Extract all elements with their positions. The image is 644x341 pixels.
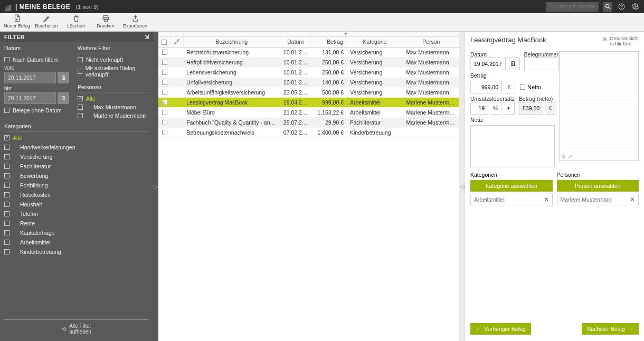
percent-suffix: % — [490, 102, 501, 115]
date-to-input[interactable]: 20.11.2017 — [4, 92, 56, 104]
row-checkbox[interactable] — [162, 110, 167, 115]
category-checkbox[interactable]: Reisekosten — [4, 190, 149, 200]
row-checkbox[interactable] — [162, 100, 167, 105]
date-from-picker-icon[interactable]: 🗓︎ — [58, 72, 69, 83]
category-checkbox[interactable]: Fortbildung — [4, 181, 149, 190]
row-date: 25.07.2017 — [280, 119, 311, 126]
category-checkbox[interactable]: Rente — [4, 219, 149, 228]
row-category: Versicherung — [347, 89, 403, 96]
vat-label: Umsatzsteuersatz — [470, 96, 515, 102]
category-checkbox[interactable]: Versicherung — [4, 152, 149, 162]
table-row[interactable]: Leasingvertrag MacBook19.04.2017999,00 €… — [158, 98, 459, 108]
net-amount-value: 839,50 — [519, 102, 543, 115]
no-date-checkbox[interactable]: Belege ohne Datum — [4, 106, 69, 115]
search-input[interactable] — [549, 4, 595, 10]
row-category: Versicherung — [347, 69, 403, 75]
item-count: (1 von 9) — [75, 4, 98, 10]
person-checkbox[interactable]: Max Mustermann — [78, 103, 149, 111]
row-checkbox[interactable] — [162, 60, 167, 65]
category-checkbox[interactable]: Kapitalerträge — [4, 228, 149, 238]
select-all-checkbox[interactable] — [162, 40, 167, 45]
filter-by-date-checkbox[interactable]: Nach Datum filtern — [4, 55, 69, 64]
category-checkbox[interactable]: Telefon — [4, 209, 149, 219]
collapse-sidebar-icon[interactable]: ⇲ — [145, 34, 149, 40]
category-checkbox[interactable]: Arbeitsmittel — [4, 238, 149, 247]
table-row[interactable]: Lebensversicherung10.01.2017250,00 €Vers… — [158, 68, 459, 78]
export-button[interactable]: Exportieren — [120, 14, 150, 29]
select-person-button[interactable]: Person auswählen — [557, 180, 639, 192]
date-to-picker-icon[interactable]: 🗓︎ — [58, 92, 69, 104]
with-dialog-checkbox[interactable]: Mit aktuellem Dialog verknüpft — [78, 64, 149, 79]
persons-label: Personen — [78, 84, 149, 92]
amount-input[interactable]: 999,00 — [470, 81, 502, 93]
note-textarea[interactable] — [470, 125, 555, 167]
table-row[interactable]: Haftpflichtversicherung10.01.2017250,00 … — [158, 58, 459, 68]
person-checkbox[interactable]: Marlene Mustermann — [78, 111, 149, 120]
row-person: Max Mustermann — [403, 49, 460, 55]
clear-filters-button[interactable]: ⟲ Alle Filteraufheben — [4, 319, 149, 338]
toolbar: Neuer Beleg Bearbeiten Löschen Drucken E… — [0, 13, 644, 32]
row-category: Versicherung — [347, 59, 403, 65]
remove-person-icon[interactable]: ✕ — [630, 196, 635, 203]
row-checkbox[interactable] — [162, 90, 167, 95]
from-label: von: — [4, 65, 69, 71]
help-icon[interactable] — [617, 2, 626, 12]
row-checkbox[interactable] — [162, 50, 167, 55]
document-preview[interactable]: 🗎︎⤢ — [559, 51, 639, 161]
delete-button[interactable]: Löschen — [61, 14, 91, 29]
new-icon — [13, 14, 21, 23]
row-checkbox[interactable] — [162, 120, 167, 125]
categories-all-checkbox[interactable]: Alle — [4, 133, 149, 143]
splitter-right[interactable]: ◁ — [459, 32, 465, 341]
amount-label: Betrag — [470, 72, 555, 79]
settings-icon[interactable] — [630, 2, 640, 12]
edit-button[interactable]: Bearbeiten — [32, 14, 61, 29]
netto-checkbox[interactable]: Netto — [520, 81, 541, 93]
category-checkbox[interactable]: Haushalt — [4, 200, 149, 209]
row-name: Möbel Büro — [183, 109, 280, 116]
row-checkbox[interactable] — [162, 80, 167, 85]
splitter-left[interactable]: ▷ — [153, 32, 158, 341]
category-checkbox[interactable]: Fachliteratur — [4, 162, 149, 171]
row-name: Leasingvertrag MacBook — [183, 99, 280, 106]
edit-icon — [43, 14, 51, 23]
more-filters-label: Weitere Filter — [78, 45, 149, 53]
table-row[interactable]: Möbel Büro21.02.20171.153,22 €Arbeitsmit… — [158, 108, 459, 118]
date-from-input[interactable]: 20.11.2017 — [4, 72, 56, 83]
next-button[interactable]: Nächster Beleg→ — [582, 323, 639, 335]
print-button[interactable]: Drucken — [91, 14, 120, 29]
row-checkbox[interactable] — [162, 130, 167, 135]
search-button[interactable] — [603, 2, 612, 12]
prev-button[interactable]: ←Vorheriger Beleg — [470, 323, 531, 335]
table-row[interactable]: Fachbuch "Quality & Quantity - an endles… — [158, 118, 459, 128]
table-row[interactable]: Arbeitsunfähigkeitsversicherung23.05.201… — [158, 88, 459, 98]
docnum-input[interactable] — [524, 58, 558, 70]
persons-all-checkbox[interactable]: Alle — [78, 94, 149, 103]
table-row[interactable]: Unfallversicherung10.01.2017140,00 €Vers… — [158, 78, 459, 88]
category-checkbox[interactable]: Bewerbung — [4, 171, 149, 181]
vat-dropdown-icon[interactable]: ▾ — [503, 102, 515, 115]
categories-label-d: Kategorien — [470, 172, 553, 178]
remove-category-icon[interactable]: ✕ — [544, 196, 549, 203]
row-amount: 250,00 € — [311, 59, 347, 65]
table-row[interactable]: Betreuungskostennachweis07.02.20171.400,… — [158, 128, 459, 138]
search-input-wrap[interactable] — [546, 2, 599, 12]
row-person: Max Mustermann — [403, 69, 460, 75]
new-button[interactable]: Neuer Beleg — [2, 14, 32, 29]
close-detail-icon[interactable]: ✕ — [602, 36, 607, 43]
select-category-button[interactable]: Kategorie auswählen — [470, 180, 553, 192]
row-category: Arbeitsmittel — [347, 109, 403, 116]
row-name: Unfallversicherung — [183, 79, 280, 86]
date-input[interactable]: 19.04.2017 — [470, 58, 506, 70]
delete-icon — [73, 14, 80, 23]
row-checkbox[interactable] — [162, 70, 167, 75]
category-checkbox[interactable]: Handwerkerleistungen — [4, 143, 149, 152]
close-detail-text[interactable]: Detailansichtschließen — [610, 36, 639, 47]
export-label: Exportieren — [123, 23, 147, 29]
category-checkbox[interactable]: Kinderbetreuung — [4, 247, 149, 257]
table-row[interactable]: Rechtschutzversicherung10.01.2017131,00 … — [158, 48, 459, 58]
vat-input[interactable]: 19 — [470, 102, 488, 115]
date-picker-icon[interactable]: 🗓︎ — [507, 58, 520, 70]
date-label: Datum — [470, 51, 520, 58]
not-linked-checkbox[interactable]: Nicht verknüpft — [78, 55, 149, 64]
